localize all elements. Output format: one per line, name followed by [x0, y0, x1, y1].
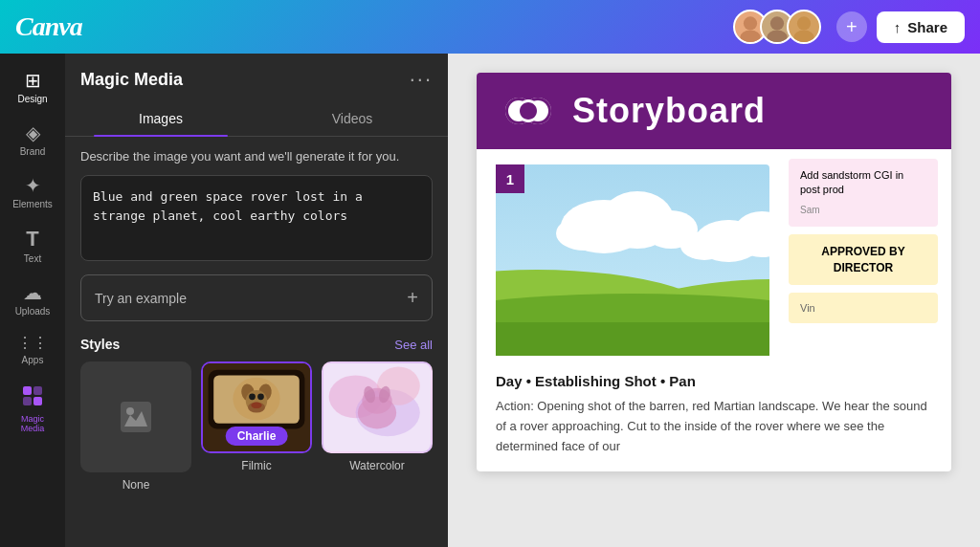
sidebar-item-design[interactable]: ⊞ Design: [4, 61, 61, 114]
svg-rect-8: [23, 397, 32, 405]
tab-videos[interactable]: Videos: [256, 101, 448, 136]
svg-rect-7: [33, 386, 42, 395]
style-watercolor[interactable]: Watercolor: [322, 361, 433, 492]
note-approved: APPROVED BY DIRECTOR: [789, 234, 938, 286]
main-layout: ⊞ Design ◈ Brand ✦ Elements T Text ☁ Upl…: [0, 54, 980, 547]
svg-rect-9: [33, 397, 42, 405]
tabs: Images Videos: [65, 101, 448, 137]
try-example-button[interactable]: Try an example +: [80, 274, 433, 321]
svg-point-20: [249, 394, 256, 401]
style-thumb-filmic: Charlie: [201, 361, 312, 453]
scene-number: 1: [496, 164, 524, 193]
app-header: Canva + ↑ Share: [0, 0, 980, 54]
panel-header: Magic Media ···: [65, 54, 448, 101]
avatar-group: [733, 10, 821, 44]
svg-point-40: [556, 216, 613, 251]
prompt-label: Describe the image you want and we'll ge…: [80, 148, 433, 165]
svg-rect-48: [496, 322, 769, 356]
try-example-label: Try an example: [95, 291, 187, 306]
storyboard-card: Storyboard 1: [477, 73, 951, 471]
styles-header: Styles See all: [80, 337, 433, 352]
uploads-icon: ☁: [23, 283, 42, 302]
charlie-badge: Charlie: [226, 427, 288, 446]
panel-title: Magic Media: [80, 70, 183, 90]
shot-label: Day • Establishing Shot • Pan: [496, 373, 932, 389]
sidebar-item-text[interactable]: T Text: [4, 219, 61, 274]
style-watercolor-label: Watercolor: [349, 459, 405, 472]
style-thumb-none: [80, 361, 191, 472]
prompt-textarea[interactable]: Blue and green space rover lost in a str…: [80, 175, 433, 261]
scene-layout: 1: [477, 149, 951, 360]
scene-left: 1: [477, 149, 789, 360]
design-icon: ⊞: [25, 71, 41, 90]
style-thumb-watercolor: [322, 361, 433, 453]
svg-point-0: [744, 16, 757, 30]
sidebar-item-elements[interactable]: ✦ Elements: [4, 166, 61, 219]
brand-icon: ◈: [26, 123, 40, 142]
add-collaborator-button[interactable]: +: [836, 11, 867, 42]
panel-content: Describe the image you want and we'll ge…: [65, 148, 448, 547]
apps-icon: ⋮⋮: [17, 336, 48, 351]
sidebar-item-magic-media[interactable]: Magic Media: [4, 375, 61, 443]
scene-description: Day • Establishing Shot • Pan Action: Op…: [477, 360, 951, 471]
action-text: Action: Opening shot of the barren, red …: [496, 397, 932, 456]
share-button[interactable]: ↑ Share: [877, 11, 965, 43]
sidebar-item-apps[interactable]: ⋮⋮ Apps: [4, 326, 61, 375]
styles-title: Styles: [80, 337, 120, 352]
storyboard-header: Storyboard: [477, 73, 951, 149]
svg-point-3: [767, 31, 787, 44]
style-filmic-label: Filmic: [241, 459, 271, 472]
storyboard-title: Storyboard: [572, 91, 766, 131]
share-icon: ↑: [894, 19, 902, 35]
svg-rect-10: [121, 402, 151, 432]
sidebar-item-brand[interactable]: ◈ Brand: [4, 114, 61, 166]
styles-grid: None: [80, 361, 433, 492]
style-filmic[interactable]: Charlie Filmic: [201, 361, 312, 492]
magic-media-icon: [21, 384, 44, 410]
style-none[interactable]: None: [80, 361, 191, 492]
svg-point-44: [680, 231, 728, 260]
scene-notes: Add sandstorm CGI in post prod Sam APPRO…: [789, 149, 951, 360]
try-example-plus-icon: +: [407, 287, 418, 309]
note-sandstorm: Add sandstorm CGI in post prod Sam: [789, 159, 938, 227]
canva-logo: Canva: [15, 11, 82, 42]
see-all-button[interactable]: See all: [394, 338, 433, 352]
header-right: + ↑ Share: [733, 10, 965, 44]
svg-point-21: [257, 394, 264, 401]
tab-images[interactable]: Images: [65, 101, 256, 136]
elements-icon: ✦: [25, 176, 41, 195]
icon-nav: ⊞ Design ◈ Brand ✦ Elements T Text ☁ Upl…: [0, 54, 65, 547]
scene-illustration: [496, 164, 769, 360]
svg-rect-6: [23, 386, 32, 395]
style-none-label: None: [122, 478, 150, 492]
magic-media-panel: Magic Media ··· Images Videos Describe t…: [65, 54, 448, 547]
note-vin: Vin: [789, 293, 938, 323]
svg-point-4: [797, 16, 811, 30]
sidebar-item-uploads[interactable]: ☁ Uploads: [4, 274, 61, 326]
svg-point-1: [740, 31, 760, 44]
canvas-area[interactable]: Storyboard 1: [448, 54, 980, 547]
svg-point-11: [126, 407, 134, 415]
storyboard-logo-icon: [503, 90, 553, 132]
text-icon: T: [26, 229, 38, 250]
svg-point-22: [251, 403, 261, 409]
panel-menu-button[interactable]: ···: [410, 69, 433, 90]
svg-point-5: [793, 31, 813, 44]
note-from-sam: Sam: [800, 204, 926, 217]
svg-point-2: [770, 16, 784, 30]
avatar-3: [787, 10, 821, 44]
